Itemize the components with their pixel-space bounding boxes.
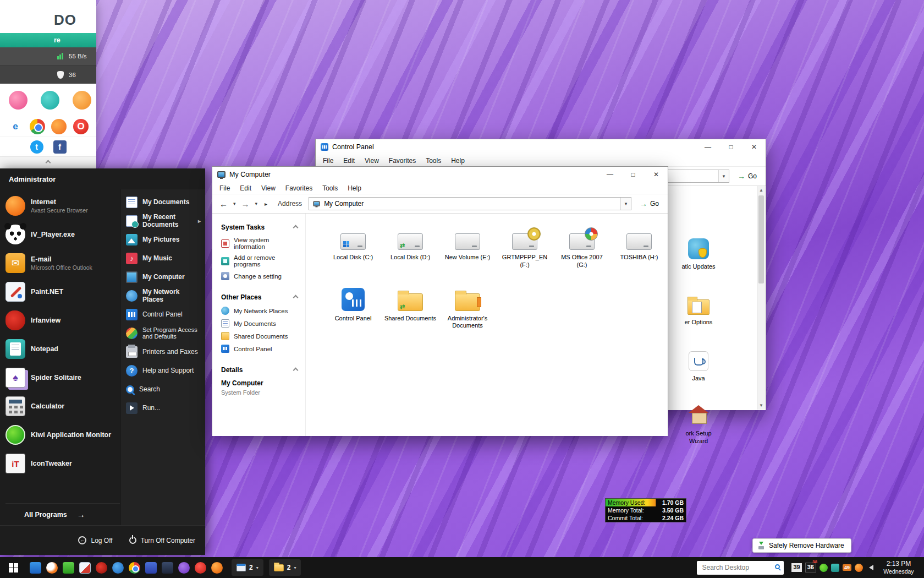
menu-view[interactable]: View xyxy=(256,184,280,192)
scroll-down-icon[interactable]: ▼ xyxy=(757,401,765,410)
menu-view[interactable]: View xyxy=(360,157,384,165)
blocked-intrusions-row[interactable]: 36 xyxy=(0,66,96,84)
start-place-program-access[interactable]: Set Program Access and Defaults xyxy=(126,324,205,342)
safely-remove-hardware-button[interactable]: Safely Remove Hardware xyxy=(752,538,851,553)
quick-launch-media-icon[interactable] xyxy=(178,562,190,574)
cp-item-java[interactable]: Java xyxy=(667,351,730,382)
go-button[interactable]: → Go xyxy=(732,172,760,181)
quick-launch-notepad-icon[interactable] xyxy=(162,562,173,574)
start-app-notepad[interactable]: Notepad xyxy=(6,335,120,363)
quick-launch-browser-icon[interactable] xyxy=(112,562,124,574)
link-add-remove-programs[interactable]: Add or remove programs xyxy=(221,254,298,268)
drive-c-item[interactable]: Local Disk (C:) xyxy=(324,228,382,269)
facebook-icon[interactable]: f xyxy=(53,140,67,154)
menu-help[interactable]: Help xyxy=(446,157,470,165)
link-view-system-information[interactable]: View system information xyxy=(221,237,298,250)
start-app-paintnet[interactable]: Paint.NET xyxy=(6,277,120,306)
start-app-spider-solitaire[interactable]: ♠ Spider Solitaire xyxy=(6,363,120,392)
chrome-icon[interactable] xyxy=(30,119,45,134)
go-button[interactable]: → Go xyxy=(634,199,662,208)
start-place-control-panel[interactable]: Control Panel xyxy=(126,305,205,324)
firefox-icon[interactable] xyxy=(51,119,67,134)
tray-avast-icon[interactable] xyxy=(855,564,863,572)
tray-temp-badge-a[interactable]: 39 xyxy=(791,563,801,571)
tray-kiwi-icon[interactable] xyxy=(820,564,828,572)
all-programs-button[interactable]: All Programs → xyxy=(6,503,120,525)
tray-temp-badge-b[interactable]: 3638 xyxy=(805,563,816,572)
volume-icon[interactable] xyxy=(866,565,873,570)
quick-launch-avast-icon[interactable] xyxy=(211,562,223,574)
start-app-iv-player[interactable]: IV_Player.exe xyxy=(6,220,120,249)
cp-item-network-setup-wizard[interactable]: ork Setup Wizard xyxy=(667,405,730,445)
start-app-icontweaker[interactable]: iT IconTweaker xyxy=(6,449,120,478)
drive-e-item[interactable]: New Volume (E:) xyxy=(439,228,496,269)
vertical-scrollbar[interactable]: ▲ ▼ xyxy=(757,186,765,410)
quick-launch-kiwi-icon[interactable] xyxy=(63,562,74,574)
control-panel-item[interactable]: Control Panel xyxy=(324,288,382,330)
start-app-calculator[interactable]: Calculator xyxy=(6,392,120,421)
back-button[interactable]: ← xyxy=(218,199,229,209)
network-traffic-row[interactable]: 55 B/s xyxy=(0,47,96,66)
start-place-my-documents[interactable]: My Documents xyxy=(126,193,205,211)
other-places-header[interactable]: Other Places xyxy=(221,293,298,301)
maximize-button[interactable]: □ xyxy=(622,167,645,182)
collapse-chevron-icon[interactable] xyxy=(293,367,299,373)
minimize-button[interactable]: — xyxy=(696,139,719,155)
back-dropdown-icon[interactable]: ▾ xyxy=(232,201,237,206)
drive-f-item[interactable]: GRTMPFPP_EN (F:) xyxy=(496,228,553,269)
start-app-internet[interactable]: InternetAvast Secure Browser xyxy=(6,192,120,220)
toolbar-overflow-icon[interactable]: ▸ xyxy=(261,201,271,207)
start-app-irfanview[interactable]: Irfanview xyxy=(6,306,120,335)
menu-help[interactable]: Help xyxy=(343,184,366,192)
widget-app-orange-icon[interactable] xyxy=(73,91,91,110)
quick-launch-paintnet-icon[interactable] xyxy=(79,562,91,574)
start-place-my-music[interactable]: ♪My Music xyxy=(126,249,205,268)
minimize-button[interactable]: — xyxy=(598,167,622,182)
start-place-my-network-places[interactable]: My Network Places xyxy=(126,286,205,305)
link-control-panel[interactable]: Control Panel xyxy=(221,345,298,353)
start-app-email[interactable]: ✉ E-mailMicrosoft Office Outlook xyxy=(6,249,120,277)
taskbar-clock[interactable]: 2:13 PM Wednesday xyxy=(879,560,919,575)
tray-count-badge[interactable]: 49 xyxy=(843,564,851,571)
quick-launch-opera-icon[interactable] xyxy=(195,562,206,574)
start-place-search[interactable]: Search xyxy=(126,380,205,399)
system-tasks-header[interactable]: System Tasks xyxy=(221,223,298,231)
start-place-my-computer[interactable]: My Computer xyxy=(126,268,205,286)
taskbar-folder-group-button[interactable]: 2 ▾ xyxy=(269,559,301,576)
collapse-chevron-icon[interactable] xyxy=(293,225,299,230)
details-header[interactable]: Details xyxy=(221,366,298,374)
quick-launch-chrome-icon[interactable] xyxy=(129,562,140,574)
search-icon[interactable] xyxy=(775,564,780,569)
tray-app-icon[interactable] xyxy=(831,564,839,572)
menu-favorites[interactable]: Favorites xyxy=(384,157,421,165)
my-computer-titlebar[interactable]: My Computer — □ ✕ xyxy=(212,167,668,182)
link-change-a-setting[interactable]: Change a setting xyxy=(221,272,298,280)
forward-dropdown-icon[interactable]: ▾ xyxy=(254,201,259,206)
drive-h-item[interactable]: TOSHIBA (H:) xyxy=(610,228,668,269)
start-place-run[interactable]: Run... xyxy=(126,399,205,417)
menu-edit[interactable]: Edit xyxy=(338,157,360,165)
drive-g-item[interactable]: MS Office 2007 (G:) xyxy=(553,228,610,269)
twitter-icon[interactable]: t xyxy=(30,140,43,154)
control-panel-titlebar[interactable]: Control Panel — □ ✕ xyxy=(316,139,766,155)
combobox-arrow-icon[interactable]: ▾ xyxy=(718,170,729,182)
quick-launch-app-icon[interactable] xyxy=(145,562,157,574)
link-shared-documents[interactable]: Shared Documents xyxy=(221,332,298,340)
opera-icon[interactable]: O xyxy=(73,119,89,134)
widget-app-teal-icon[interactable] xyxy=(41,91,59,110)
quick-launch-irfanview-icon[interactable] xyxy=(96,562,107,574)
combobox-arrow-icon[interactable]: ▾ xyxy=(620,198,631,210)
forward-button[interactable]: → xyxy=(240,199,251,209)
scroll-up-icon[interactable]: ▲ xyxy=(757,186,765,194)
shared-documents-item[interactable]: ⇄ Shared Documents xyxy=(382,288,439,330)
administrators-documents-item[interactable]: Administrator's Documents xyxy=(439,288,496,330)
close-button[interactable]: ✕ xyxy=(645,167,668,182)
scrollbar-thumb[interactable] xyxy=(758,195,764,283)
menu-edit[interactable]: Edit xyxy=(235,184,256,192)
start-button[interactable] xyxy=(0,557,26,578)
log-off-button[interactable]: ← Log Off xyxy=(78,536,112,544)
close-button[interactable]: ✕ xyxy=(743,139,766,155)
widget-app-pink-icon[interactable] xyxy=(9,91,28,110)
turn-off-computer-button[interactable]: Turn Off Computer xyxy=(129,537,195,544)
start-place-my-recent-documents[interactable]: My Recent Documents ▸ xyxy=(126,211,205,230)
